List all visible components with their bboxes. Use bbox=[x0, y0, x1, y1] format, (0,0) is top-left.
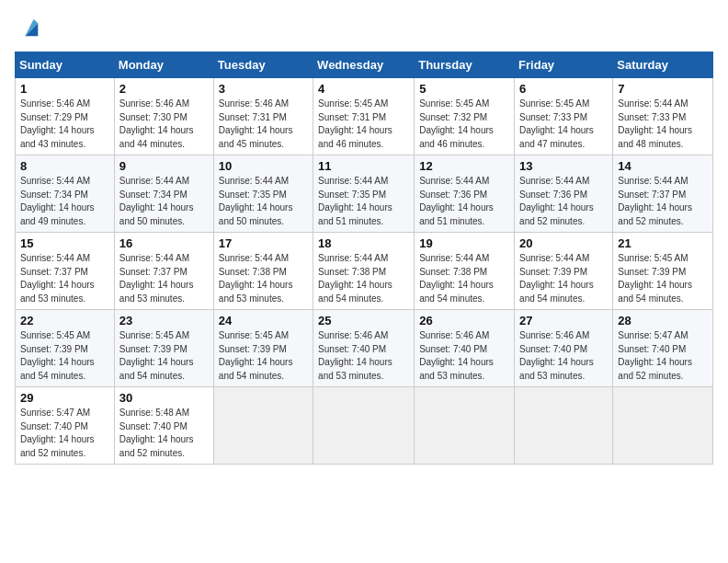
day-info: Sunrise: 5:44 AMSunset: 7:38 PMDaylight:… bbox=[318, 252, 409, 305]
table-row: 23Sunrise: 5:45 AMSunset: 7:39 PMDayligh… bbox=[114, 310, 213, 387]
day-number: 9 bbox=[119, 159, 209, 173]
table-row: 17Sunrise: 5:44 AMSunset: 7:38 PMDayligh… bbox=[213, 233, 313, 310]
day-number: 15 bbox=[20, 236, 109, 250]
day-number: 10 bbox=[219, 159, 308, 173]
table-row: 9Sunrise: 5:44 AMSunset: 7:34 PMDaylight… bbox=[114, 155, 213, 233]
day-number: 21 bbox=[618, 236, 708, 250]
table-row: 27Sunrise: 5:46 AMSunset: 7:40 PMDayligh… bbox=[515, 310, 613, 387]
table-row bbox=[613, 387, 713, 465]
table-row: 21Sunrise: 5:45 AMSunset: 7:39 PMDayligh… bbox=[613, 233, 713, 310]
day-info: Sunrise: 5:44 AMSunset: 7:38 PMDaylight:… bbox=[419, 252, 509, 305]
table-row: 14Sunrise: 5:44 AMSunset: 7:37 PMDayligh… bbox=[613, 155, 713, 233]
table-row: 1Sunrise: 5:46 AMSunset: 7:29 PMDaylight… bbox=[16, 78, 115, 155]
day-number: 8 bbox=[20, 159, 109, 173]
day-number: 1 bbox=[20, 82, 109, 96]
day-info: Sunrise: 5:46 AMSunset: 7:31 PMDaylight:… bbox=[219, 98, 308, 151]
table-row: 11Sunrise: 5:44 AMSunset: 7:35 PMDayligh… bbox=[313, 155, 415, 233]
day-info: Sunrise: 5:45 AMSunset: 7:39 PMDaylight:… bbox=[618, 252, 708, 305]
weekday-header-row: Sunday Monday Tuesday Wednesday Thursday… bbox=[16, 52, 713, 78]
day-number: 7 bbox=[618, 82, 708, 96]
table-row: 10Sunrise: 5:44 AMSunset: 7:35 PMDayligh… bbox=[213, 155, 313, 233]
day-number: 23 bbox=[119, 314, 209, 327]
table-row bbox=[213, 387, 313, 465]
table-row: 19Sunrise: 5:44 AMSunset: 7:38 PMDayligh… bbox=[415, 233, 515, 310]
day-number: 27 bbox=[519, 314, 608, 327]
table-row bbox=[515, 387, 613, 465]
day-info: Sunrise: 5:44 AMSunset: 7:34 PMDaylight:… bbox=[20, 175, 109, 228]
table-row: 28Sunrise: 5:47 AMSunset: 7:40 PMDayligh… bbox=[613, 310, 713, 387]
col-tuesday: Tuesday bbox=[213, 52, 313, 78]
day-info: Sunrise: 5:46 AMSunset: 7:40 PMDaylight:… bbox=[318, 329, 409, 383]
calendar-week-row: 29Sunrise: 5:47 AMSunset: 7:40 PMDayligh… bbox=[16, 387, 713, 465]
day-number: 28 bbox=[618, 314, 708, 327]
day-info: Sunrise: 5:44 AMSunset: 7:37 PMDaylight:… bbox=[20, 252, 109, 305]
col-thursday: Thursday bbox=[415, 52, 515, 78]
calendar-week-row: 22Sunrise: 5:45 AMSunset: 7:39 PMDayligh… bbox=[16, 310, 713, 387]
day-info: Sunrise: 5:45 AMSunset: 7:39 PMDaylight:… bbox=[119, 329, 209, 383]
table-row: 26Sunrise: 5:46 AMSunset: 7:40 PMDayligh… bbox=[415, 310, 515, 387]
table-row: 7Sunrise: 5:44 AMSunset: 7:33 PMDaylight… bbox=[613, 78, 713, 155]
day-info: Sunrise: 5:44 AMSunset: 7:38 PMDaylight:… bbox=[219, 252, 308, 305]
day-number: 13 bbox=[519, 159, 608, 173]
day-info: Sunrise: 5:44 AMSunset: 7:36 PMDaylight:… bbox=[419, 175, 509, 228]
table-row: 8Sunrise: 5:44 AMSunset: 7:34 PMDaylight… bbox=[16, 155, 115, 233]
day-info: Sunrise: 5:44 AMSunset: 7:36 PMDaylight:… bbox=[519, 175, 608, 228]
day-number: 4 bbox=[318, 82, 409, 96]
day-number: 25 bbox=[318, 314, 409, 327]
table-row: 15Sunrise: 5:44 AMSunset: 7:37 PMDayligh… bbox=[16, 233, 115, 310]
day-number: 19 bbox=[419, 236, 509, 250]
day-number: 14 bbox=[618, 159, 708, 173]
day-info: Sunrise: 5:47 AMSunset: 7:40 PMDaylight:… bbox=[20, 407, 109, 460]
table-row: 13Sunrise: 5:44 AMSunset: 7:36 PMDayligh… bbox=[515, 155, 613, 233]
table-row: 16Sunrise: 5:44 AMSunset: 7:37 PMDayligh… bbox=[114, 233, 213, 310]
table-row: 2Sunrise: 5:46 AMSunset: 7:30 PMDaylight… bbox=[114, 78, 213, 155]
day-info: Sunrise: 5:46 AMSunset: 7:29 PMDaylight:… bbox=[20, 98, 109, 151]
table-row: 6Sunrise: 5:45 AMSunset: 7:33 PMDaylight… bbox=[515, 78, 613, 155]
col-friday: Friday bbox=[515, 52, 613, 78]
day-number: 29 bbox=[20, 391, 109, 405]
day-number: 3 bbox=[219, 82, 308, 96]
table-row: 24Sunrise: 5:45 AMSunset: 7:39 PMDayligh… bbox=[213, 310, 313, 387]
table-row: 25Sunrise: 5:46 AMSunset: 7:40 PMDayligh… bbox=[313, 310, 415, 387]
day-number: 17 bbox=[219, 236, 308, 250]
day-number: 20 bbox=[519, 236, 608, 250]
day-number: 5 bbox=[419, 82, 509, 96]
day-number: 30 bbox=[119, 391, 209, 405]
table-row: 22Sunrise: 5:45 AMSunset: 7:39 PMDayligh… bbox=[16, 310, 115, 387]
day-number: 6 bbox=[519, 82, 608, 96]
table-row: 12Sunrise: 5:44 AMSunset: 7:36 PMDayligh… bbox=[415, 155, 515, 233]
table-row bbox=[313, 387, 415, 465]
day-number: 18 bbox=[318, 236, 409, 250]
table-row: 18Sunrise: 5:44 AMSunset: 7:38 PMDayligh… bbox=[313, 233, 415, 310]
day-info: Sunrise: 5:46 AMSunset: 7:40 PMDaylight:… bbox=[419, 329, 509, 383]
calendar-week-row: 8Sunrise: 5:44 AMSunset: 7:34 PMDaylight… bbox=[16, 155, 713, 233]
day-number: 16 bbox=[119, 236, 209, 250]
day-info: Sunrise: 5:44 AMSunset: 7:37 PMDaylight:… bbox=[618, 175, 708, 228]
logo bbox=[15, 15, 42, 40]
col-monday: Monday bbox=[114, 52, 213, 78]
logo-icon bbox=[17, 15, 42, 40]
day-number: 24 bbox=[219, 314, 308, 327]
day-info: Sunrise: 5:45 AMSunset: 7:33 PMDaylight:… bbox=[519, 98, 608, 151]
col-saturday: Saturday bbox=[613, 52, 713, 78]
col-sunday: Sunday bbox=[16, 52, 115, 78]
col-wednesday: Wednesday bbox=[313, 52, 415, 78]
table-row: 3Sunrise: 5:46 AMSunset: 7:31 PMDaylight… bbox=[213, 78, 313, 155]
day-number: 22 bbox=[20, 314, 109, 327]
day-info: Sunrise: 5:44 AMSunset: 7:35 PMDaylight:… bbox=[219, 175, 308, 228]
day-info: Sunrise: 5:44 AMSunset: 7:35 PMDaylight:… bbox=[318, 175, 409, 228]
table-row: 29Sunrise: 5:47 AMSunset: 7:40 PMDayligh… bbox=[16, 387, 115, 465]
day-number: 2 bbox=[119, 82, 209, 96]
day-number: 12 bbox=[419, 159, 509, 173]
table-row: 30Sunrise: 5:48 AMSunset: 7:40 PMDayligh… bbox=[114, 387, 213, 465]
day-info: Sunrise: 5:44 AMSunset: 7:39 PMDaylight:… bbox=[519, 252, 608, 305]
table-row: 4Sunrise: 5:45 AMSunset: 7:31 PMDaylight… bbox=[313, 78, 415, 155]
day-number: 26 bbox=[419, 314, 509, 327]
day-info: Sunrise: 5:46 AMSunset: 7:30 PMDaylight:… bbox=[119, 98, 209, 151]
table-row: 5Sunrise: 5:45 AMSunset: 7:32 PMDaylight… bbox=[415, 78, 515, 155]
day-info: Sunrise: 5:46 AMSunset: 7:40 PMDaylight:… bbox=[519, 329, 608, 383]
day-info: Sunrise: 5:45 AMSunset: 7:31 PMDaylight:… bbox=[318, 98, 409, 151]
calendar-week-row: 1Sunrise: 5:46 AMSunset: 7:29 PMDaylight… bbox=[16, 78, 713, 155]
day-info: Sunrise: 5:45 AMSunset: 7:39 PMDaylight:… bbox=[219, 329, 308, 383]
calendar-table: Sunday Monday Tuesday Wednesday Thursday… bbox=[15, 52, 713, 465]
